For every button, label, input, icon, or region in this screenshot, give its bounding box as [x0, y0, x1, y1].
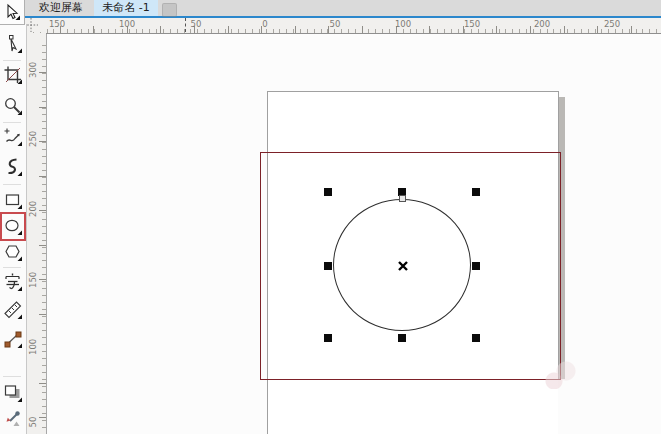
freehand-tool-icon	[3, 127, 23, 147]
toolbox-separator	[3, 122, 21, 123]
selection-handle-bottom-left[interactable]	[324, 334, 332, 342]
freehand-tool[interactable]	[2, 126, 24, 148]
crop-tool[interactable]	[2, 64, 24, 86]
connector-tool[interactable]	[2, 328, 24, 350]
zoom-tool[interactable]	[2, 95, 24, 117]
vruler-label: 50	[28, 416, 38, 428]
drop-shadow-tool-icon	[3, 383, 23, 403]
pick-tool[interactable]	[0, 0, 25, 25]
artistic-media-tool[interactable]	[2, 156, 24, 178]
pick-tool-icon	[3, 3, 21, 21]
ruler-position-marker	[185, 18, 186, 32]
selection-handle-middle-left[interactable]	[324, 262, 332, 270]
tab-ghost-icon[interactable]	[162, 3, 177, 17]
selection-handle-bottom-middle[interactable]	[398, 334, 406, 342]
hruler-label: 50	[191, 19, 202, 29]
selection-handle-top-right[interactable]	[472, 188, 480, 196]
coreldraw-window: 欢迎屏幕未命名 -1 15010050050100150200250 30025…	[0, 0, 661, 434]
tab-welcome-screen[interactable]: 欢迎屏幕	[30, 0, 92, 16]
selection-handle-top-left[interactable]	[324, 188, 332, 196]
ellipse-tool[interactable]	[2, 215, 24, 237]
zoom-tool-icon	[3, 96, 23, 116]
shape-tool-icon	[3, 34, 23, 54]
artistic-media-icon	[3, 157, 23, 177]
toolbox-separator	[3, 267, 21, 268]
hruler-label: 100	[395, 19, 411, 29]
document-tab-bar: 欢迎屏幕未命名 -1	[24, 0, 661, 18]
toolbox	[0, 24, 27, 434]
shape-tool[interactable]	[2, 33, 24, 55]
vruler-label: 150	[28, 276, 38, 288]
vruler-label: 250	[28, 135, 38, 147]
hruler-label: 150	[464, 19, 480, 29]
vruler-label: 200	[28, 205, 38, 217]
ellipse-tool-icon	[3, 216, 23, 236]
hruler-label: 150	[49, 19, 65, 29]
crop-tool-icon	[3, 65, 23, 85]
drop-shadow-tool[interactable]	[2, 382, 24, 404]
drawing-canvas[interactable]	[46, 33, 661, 434]
color-eyedropper-tool[interactable]	[2, 408, 24, 430]
dimension-tool-icon	[3, 300, 23, 320]
hruler-label: 50	[330, 19, 341, 29]
vertical-ruler[interactable]: 30025020015010050	[26, 33, 46, 434]
hruler-label: 250	[604, 19, 620, 29]
tab-untitled-document[interactable]: 未命名 -1	[94, 0, 158, 18]
vruler-label: 300	[28, 66, 38, 78]
dimension-tool[interactable]	[2, 299, 24, 321]
text-tool[interactable]	[2, 271, 24, 293]
polygon-tool[interactable]	[2, 241, 24, 263]
hruler-label: 0	[262, 19, 267, 29]
text-tool-icon	[3, 272, 23, 292]
toolbox-separator	[3, 60, 21, 61]
horizontal-ruler[interactable]: 15010050050100150200250	[24, 18, 661, 34]
polygon-tool-icon	[3, 242, 23, 262]
ellipse-top-node[interactable]	[399, 195, 406, 202]
toolbox-separator	[3, 184, 21, 185]
selection-handle-middle-right[interactable]	[472, 262, 480, 270]
hruler-label: 100	[119, 19, 135, 29]
rectangle-tool[interactable]	[2, 189, 24, 211]
hruler-label: 200	[534, 19, 550, 29]
connector-tool-icon	[3, 329, 23, 349]
eyedropper-tool-icon	[3, 409, 23, 429]
vruler-label: 100	[28, 343, 38, 355]
selection-handle-bottom-right[interactable]	[472, 334, 480, 342]
rectangle-tool-icon	[3, 190, 23, 210]
ruler-origin-corner[interactable]	[24, 18, 46, 32]
toolbox-separator	[3, 376, 21, 377]
selection-center-x-mark[interactable]	[397, 260, 409, 272]
